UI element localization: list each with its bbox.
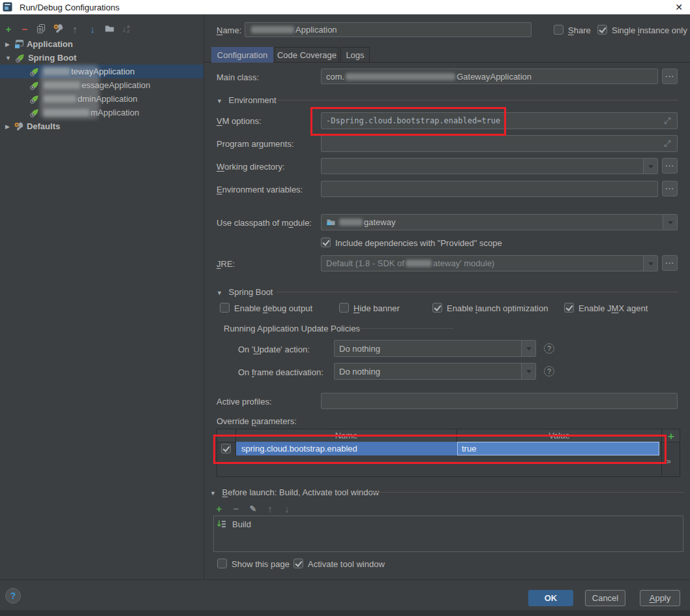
add-task-button[interactable]: +: [213, 502, 225, 514]
single-instance-checkbox[interactable]: [597, 25, 607, 35]
window-bottom-edge: [0, 610, 690, 616]
collapse-arrow-icon: ▼: [217, 290, 222, 296]
tree-item-spring-boot[interactable]: ▼ Spring Boot: [0, 51, 203, 65]
main-class-browse-button[interactable]: ...: [662, 69, 678, 84]
enable-jmx-agent-label: Enable JMX agent: [578, 303, 648, 313]
tab-configuration[interactable]: Configuration: [211, 47, 273, 63]
tree-item-defaults[interactable]: ▶ Defaults: [0, 119, 203, 133]
enable-debug-output-label: Enable debug output: [234, 303, 312, 313]
vm-options-label: VM options:: [217, 116, 262, 126]
add-parameter-button[interactable]: +: [665, 431, 677, 442]
environment-variables-browse-button[interactable]: ...: [662, 181, 678, 196]
section-divider: [359, 328, 454, 329]
expand-field-icon[interactable]: ⤢: [664, 116, 670, 126]
jre-browse-button[interactable]: ...: [662, 255, 678, 271]
environment-variables-label: Environment variables:: [217, 185, 303, 194]
copy-configuration-icon[interactable]: [35, 23, 47, 35]
edit-task-icon[interactable]: ✎: [247, 502, 259, 514]
working-directory-input[interactable]: [321, 158, 658, 174]
tree-item-application[interactable]: ▶ Application: [0, 37, 203, 51]
expand-field-icon[interactable]: ⤢: [664, 138, 670, 149]
expand-arrow-icon[interactable]: ▶: [5, 41, 10, 48]
tab-code-coverage[interactable]: Code Coverage: [275, 47, 339, 63]
panel-divider: [203, 14, 204, 579]
column-header-value[interactable]: Value: [457, 429, 661, 442]
tree-item-message-application[interactable]: essageApplication: [0, 78, 203, 92]
vm-options-input[interactable]: -Dspring.cloud.bootstrap.enabled=true: [321, 112, 678, 129]
spring-boot-run-config-icon: [29, 108, 40, 118]
table-row[interactable]: spring.cloud.bootstrap.enabled true: [217, 442, 661, 455]
help-icon[interactable]: ?: [544, 366, 554, 377]
close-icon[interactable]: ✕: [672, 1, 686, 14]
edit-defaults-icon[interactable]: [52, 23, 64, 35]
share-checkbox[interactable]: [554, 25, 563, 35]
use-classpath-label: Use classpath of module:: [217, 218, 312, 228]
environment-section-header[interactable]: ▼ Environment: [217, 95, 277, 105]
parameter-name-cell[interactable]: spring.cloud.bootstrap.enabled: [236, 442, 457, 455]
list-item[interactable]: Build: [214, 517, 683, 531]
parameter-enabled-checkbox[interactable]: [221, 444, 231, 454]
tree-item-gateway-application[interactable]: tewayApplication: [0, 65, 203, 78]
collapse-arrow-icon: ▼: [217, 98, 222, 104]
program-arguments-input[interactable]: [321, 135, 678, 152]
dropdown-arrow-icon[interactable]: [643, 256, 657, 271]
module-select[interactable]: gateway: [321, 214, 678, 230]
spring-boot-run-config-icon: [29, 67, 40, 77]
provided-scope-checkbox[interactable]: [321, 238, 331, 247]
move-task-down-icon[interactable]: ↓: [281, 502, 293, 514]
collapse-arrow-icon: ▼: [210, 490, 216, 497]
help-button[interactable]: ?: [5, 588, 21, 604]
working-directory-label: Working directory:: [217, 162, 285, 172]
create-folder-icon[interactable]: [104, 23, 115, 35]
tree-item-m-application[interactable]: mApplication: [0, 106, 203, 119]
expand-arrow-icon[interactable]: ▶: [5, 123, 10, 130]
jre-label: JRE:: [217, 259, 235, 269]
tree-item-label: Spring Boot: [28, 53, 76, 63]
jre-select[interactable]: Default (1.8 - SDK of ateway' module): [321, 255, 658, 271]
enable-launch-optimization-checkbox[interactable]: [432, 303, 442, 313]
redacted-text: [406, 260, 432, 267]
move-up-icon[interactable]: ↑: [69, 23, 81, 35]
override-parameters-label: Override parameters:: [217, 416, 297, 426]
section-divider: [277, 292, 678, 292]
tab-logs[interactable]: Logs: [340, 47, 370, 63]
active-profiles-input[interactable]: [321, 393, 678, 409]
spring-boot-icon: [15, 53, 25, 63]
parameter-value-cell[interactable]: true: [457, 442, 659, 455]
ok-button[interactable]: OK: [528, 590, 573, 606]
enable-debug-output-checkbox[interactable]: [220, 303, 230, 313]
override-parameters-table: Name Value spring.cloud.bootstrap.enable…: [217, 429, 680, 477]
main-class-input[interactable]: com. GatewayApplication: [321, 69, 658, 84]
on-frame-deactivation-select[interactable]: Do nothing: [334, 363, 536, 380]
on-update-action-select[interactable]: Do nothing: [334, 340, 536, 357]
environment-variables-input[interactable]: [321, 181, 658, 197]
name-input[interactable]: Application: [245, 22, 532, 37]
enable-jmx-agent-checkbox[interactable]: [564, 303, 574, 313]
more-actions-button[interactable]: »: [667, 457, 671, 466]
build-icon: [217, 519, 227, 530]
redaction-smudge: [40, 65, 99, 119]
sort-configurations-icon[interactable]: ↓ az: [120, 23, 132, 35]
cancel-button[interactable]: Cancel: [585, 590, 625, 606]
program-arguments-label: Program arguments:: [217, 139, 294, 149]
dropdown-arrow-icon[interactable]: [521, 363, 535, 379]
dropdown-arrow-icon[interactable]: [643, 159, 657, 174]
remove-configuration-button[interactable]: −: [19, 23, 31, 35]
column-header-name[interactable]: Name: [236, 429, 457, 442]
apply-button[interactable]: Apply: [640, 590, 680, 606]
spring-boot-section-header[interactable]: ▼ Spring Boot: [217, 287, 273, 297]
dropdown-arrow-icon[interactable]: [663, 215, 677, 230]
working-directory-browse-button[interactable]: ...: [662, 158, 678, 174]
move-task-up-icon[interactable]: ↑: [264, 502, 276, 514]
dropdown-arrow-icon[interactable]: [521, 341, 535, 356]
show-this-page-checkbox[interactable]: [217, 559, 227, 568]
before-launch-section-header[interactable]: ▼ Before launch: Build, Activate tool wi…: [210, 487, 379, 497]
add-configuration-button[interactable]: +: [3, 23, 14, 35]
tree-item-admin-application[interactable]: dminApplication: [0, 92, 203, 106]
help-icon[interactable]: ?: [544, 343, 554, 354]
hide-banner-checkbox[interactable]: [339, 303, 349, 313]
remove-task-button[interactable]: −: [230, 502, 242, 514]
collapse-arrow-icon[interactable]: ▼: [5, 55, 11, 61]
move-down-icon[interactable]: ↓: [87, 23, 98, 35]
activate-tool-window-checkbox[interactable]: [293, 559, 303, 568]
